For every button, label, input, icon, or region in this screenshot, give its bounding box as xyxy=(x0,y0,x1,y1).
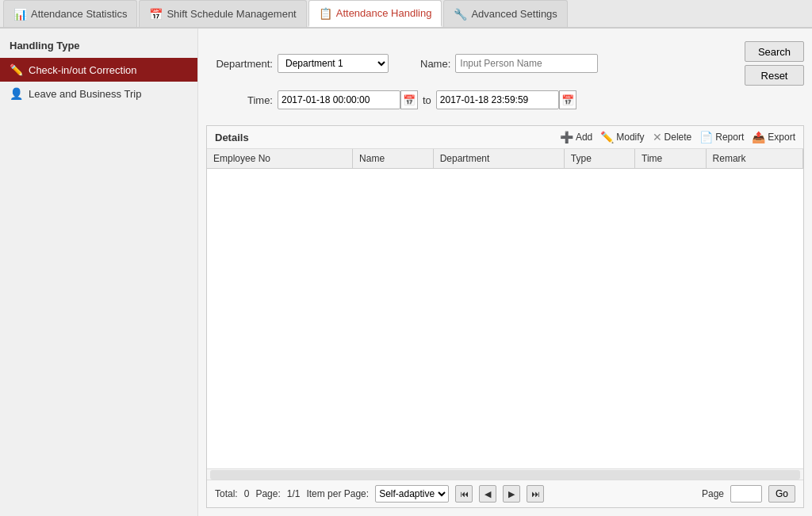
sidebar-item-checkin-correction[interactable]: ✏️ Check-in/out Correction xyxy=(0,58,197,82)
go-button[interactable]: Go xyxy=(768,485,795,503)
to-label: to xyxy=(423,94,431,106)
col-time: Time xyxy=(635,149,707,169)
modify-icon: ✏️ xyxy=(600,131,614,143)
filter-area: Department: Department 1 Department 2 De… xyxy=(206,36,804,119)
page-input[interactable] xyxy=(730,485,762,503)
col-remark: Remark xyxy=(706,149,802,169)
table-header-row: Employee No Name Department Type Time Re… xyxy=(207,149,803,169)
tab-advanced-settings[interactable]: 🔧 Advanced Settings xyxy=(443,0,567,27)
main-content: Handling Type ✏️ Check-in/out Correction… xyxy=(0,29,812,516)
sidebar-title: Handling Type xyxy=(0,35,197,58)
data-table: Employee No Name Department Type Time Re… xyxy=(207,149,803,169)
time-from-input[interactable] xyxy=(278,90,400,109)
leave-icon: 👤 xyxy=(10,87,23,100)
col-department: Department xyxy=(433,149,564,169)
filter-row-department: Department: Department 1 Department 2 De… xyxy=(206,41,804,86)
attendance-handling-icon: 📋 xyxy=(319,7,332,20)
action-buttons: Search Reset xyxy=(745,41,804,86)
details-header: Details ➕ Add ✏️ Modify ✕ Delete 📄 Repor… xyxy=(207,126,803,149)
modify-button[interactable]: ✏️ Modify xyxy=(600,131,644,143)
page-value: 1/1 xyxy=(287,488,301,499)
time-label: Time: xyxy=(206,94,278,106)
total-label: Total: xyxy=(215,488,238,499)
first-page-button[interactable]: ⏮ xyxy=(455,485,473,503)
calendar-from-icon[interactable]: 📅 xyxy=(400,90,418,109)
department-label: Department: xyxy=(206,58,278,70)
items-per-page-select[interactable]: Self-adaptive 10 20 50 100 xyxy=(375,485,449,503)
delete-button[interactable]: ✕ Delete xyxy=(653,131,692,143)
items-per-page-label: Item per Page: xyxy=(306,488,369,499)
col-name: Name xyxy=(353,149,434,169)
advanced-settings-icon: 🔧 xyxy=(454,8,467,21)
data-table-wrapper: Employee No Name Department Type Time Re… xyxy=(207,149,803,468)
reset-button[interactable]: Reset xyxy=(745,65,804,86)
sidebar-item-leave-business[interactable]: 👤 Leave and Business Trip xyxy=(0,82,197,105)
pagination-bar: Total: 0 Page: 1/1 Item per Page: Self-a… xyxy=(207,480,803,507)
details-title: Details xyxy=(215,132,552,143)
add-button[interactable]: ➕ Add xyxy=(560,131,592,143)
last-page-button[interactable]: ⏭ xyxy=(527,485,544,503)
export-button[interactable]: 📤 Export xyxy=(752,131,795,143)
report-icon: 📄 xyxy=(699,131,713,143)
right-panel: Department: Department 1 Department 2 De… xyxy=(198,29,812,516)
add-icon: ➕ xyxy=(560,131,573,143)
prev-page-button[interactable]: ◀ xyxy=(479,485,496,503)
total-value: 0 xyxy=(244,488,250,499)
page-nav-label: Page xyxy=(702,488,724,499)
report-button[interactable]: 📄 Report xyxy=(699,131,744,143)
attendance-statistics-icon: 📊 xyxy=(13,8,27,21)
checkin-icon: ✏️ xyxy=(10,63,23,76)
tab-attendance-handling[interactable]: 📋 Attendance Handling xyxy=(308,0,442,27)
col-type: Type xyxy=(564,149,634,169)
filter-row-time: Time: 📅 to 📅 xyxy=(206,90,804,109)
tab-bar: 📊 Attendance Statistics 📅 Shift Schedule… xyxy=(0,0,812,29)
sidebar: Handling Type ✏️ Check-in/out Correction… xyxy=(0,29,198,516)
horizontal-scrollbar[interactable] xyxy=(207,468,803,480)
next-page-button[interactable]: ▶ xyxy=(503,485,520,503)
shift-schedule-icon: 📅 xyxy=(149,8,163,21)
search-button[interactable]: Search xyxy=(745,41,804,62)
details-area: Details ➕ Add ✏️ Modify ✕ Delete 📄 Repor… xyxy=(206,125,804,508)
col-employee-no: Employee No xyxy=(207,149,353,169)
name-input[interactable] xyxy=(455,54,598,73)
department-select[interactable]: Department 1 Department 2 Department 3 xyxy=(278,54,389,73)
time-to-input[interactable] xyxy=(436,90,559,109)
calendar-to-icon[interactable]: 📅 xyxy=(559,90,576,109)
delete-icon: ✕ xyxy=(653,131,662,143)
export-icon: 📤 xyxy=(752,131,765,143)
page-label: Page: xyxy=(255,488,280,499)
tab-shift-schedule[interactable]: 📅 Shift Schedule Management xyxy=(139,0,306,27)
name-label: Name: xyxy=(420,58,450,70)
tab-attendance-statistics[interactable]: 📊 Attendance Statistics xyxy=(3,0,137,27)
scrollbar-track[interactable] xyxy=(210,470,800,480)
